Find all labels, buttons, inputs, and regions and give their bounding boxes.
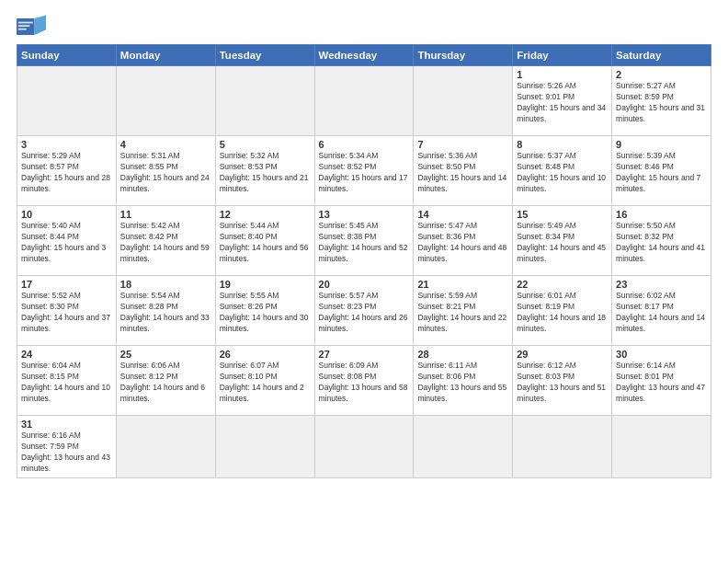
calendar-cell	[414, 66, 513, 136]
header	[17, 15, 711, 39]
day-info: Sunrise: 6:11 AM Sunset: 8:06 PM Dayligh…	[417, 361, 508, 405]
calendar-header-row: SundayMondayTuesdayWednesdayThursdayFrid…	[17, 45, 711, 66]
day-number: 25	[120, 349, 211, 360]
day-info: Sunrise: 6:09 AM Sunset: 8:08 PM Dayligh…	[319, 361, 410, 405]
day-number: 3	[21, 139, 112, 150]
day-number: 20	[319, 279, 410, 290]
day-info: Sunrise: 5:31 AM Sunset: 8:55 PM Dayligh…	[120, 151, 211, 195]
calendar-cell: 29Sunrise: 6:12 AM Sunset: 8:03 PM Dayli…	[513, 346, 612, 416]
day-info: Sunrise: 6:04 AM Sunset: 8:15 PM Dayligh…	[21, 361, 112, 405]
day-info: Sunrise: 5:49 AM Sunset: 8:34 PM Dayligh…	[517, 221, 608, 265]
day-info: Sunrise: 5:50 AM Sunset: 8:32 PM Dayligh…	[616, 221, 707, 265]
day-number: 19	[220, 279, 311, 290]
calendar-cell: 14Sunrise: 5:47 AM Sunset: 8:36 PM Dayli…	[414, 206, 513, 276]
generalblue-logo-icon	[17, 15, 46, 39]
calendar-cell: 8Sunrise: 5:37 AM Sunset: 8:48 PM Daylig…	[513, 136, 612, 206]
day-info: Sunrise: 5:55 AM Sunset: 8:26 PM Dayligh…	[220, 291, 311, 335]
day-info: Sunrise: 6:01 AM Sunset: 8:19 PM Dayligh…	[517, 291, 608, 335]
day-number: 31	[21, 419, 112, 430]
calendar-cell: 28Sunrise: 6:11 AM Sunset: 8:06 PM Dayli…	[414, 346, 513, 416]
calendar-cell: 10Sunrise: 5:40 AM Sunset: 8:44 PM Dayli…	[17, 206, 117, 276]
day-number: 26	[220, 349, 311, 360]
logo	[17, 15, 50, 39]
calendar-cell: 12Sunrise: 5:44 AM Sunset: 8:40 PM Dayli…	[215, 206, 314, 276]
calendar-week-row: 10Sunrise: 5:40 AM Sunset: 8:44 PM Dayli…	[17, 206, 711, 276]
day-number: 1	[517, 69, 608, 80]
day-number: 30	[616, 349, 707, 360]
calendar-cell: 19Sunrise: 5:55 AM Sunset: 8:26 PM Dayli…	[215, 276, 314, 346]
day-info: Sunrise: 6:06 AM Sunset: 8:12 PM Dayligh…	[120, 361, 211, 405]
day-info: Sunrise: 6:16 AM Sunset: 7:59 PM Dayligh…	[21, 431, 112, 475]
day-info: Sunrise: 5:52 AM Sunset: 8:30 PM Dayligh…	[21, 291, 112, 335]
day-number: 24	[21, 349, 112, 360]
calendar-cell	[116, 416, 215, 478]
day-info: Sunrise: 5:32 AM Sunset: 8:53 PM Dayligh…	[220, 151, 311, 195]
day-number: 17	[21, 279, 112, 290]
day-info: Sunrise: 5:47 AM Sunset: 8:36 PM Dayligh…	[417, 221, 508, 265]
day-info: Sunrise: 5:44 AM Sunset: 8:40 PM Dayligh…	[220, 221, 311, 265]
calendar-cell: 25Sunrise: 6:06 AM Sunset: 8:12 PM Dayli…	[116, 346, 215, 416]
calendar-header-tuesday: Tuesday	[215, 45, 314, 66]
day-number: 23	[616, 279, 707, 290]
day-info: Sunrise: 5:27 AM Sunset: 8:59 PM Dayligh…	[616, 81, 707, 125]
day-number: 16	[616, 209, 707, 220]
day-info: Sunrise: 6:02 AM Sunset: 8:17 PM Dayligh…	[616, 291, 707, 335]
day-info: Sunrise: 5:29 AM Sunset: 8:57 PM Dayligh…	[21, 151, 112, 195]
calendar-week-row: 17Sunrise: 5:52 AM Sunset: 8:30 PM Dayli…	[17, 276, 711, 346]
calendar-header-thursday: Thursday	[414, 45, 513, 66]
calendar-header-wednesday: Wednesday	[314, 45, 414, 66]
day-number: 8	[517, 139, 608, 150]
day-number: 12	[220, 209, 311, 220]
day-info: Sunrise: 5:45 AM Sunset: 8:38 PM Dayligh…	[319, 221, 410, 265]
day-info: Sunrise: 5:37 AM Sunset: 8:48 PM Dayligh…	[517, 151, 608, 195]
day-number: 28	[417, 349, 508, 360]
calendar-cell: 24Sunrise: 6:04 AM Sunset: 8:15 PM Dayli…	[17, 346, 117, 416]
calendar-cell	[314, 416, 414, 478]
calendar-cell: 4Sunrise: 5:31 AM Sunset: 8:55 PM Daylig…	[116, 136, 215, 206]
day-number: 2	[616, 69, 707, 80]
svg-marker-1	[35, 16, 46, 35]
calendar-cell: 18Sunrise: 5:54 AM Sunset: 8:28 PM Dayli…	[116, 276, 215, 346]
calendar-header-sunday: Sunday	[17, 45, 117, 66]
day-info: Sunrise: 5:57 AM Sunset: 8:23 PM Dayligh…	[319, 291, 410, 335]
calendar-week-row: 1Sunrise: 5:26 AM Sunset: 9:01 PM Daylig…	[17, 66, 711, 136]
day-number: 29	[517, 349, 608, 360]
calendar-cell: 20Sunrise: 5:57 AM Sunset: 8:23 PM Dayli…	[314, 276, 414, 346]
day-number: 15	[517, 209, 608, 220]
svg-rect-3	[18, 25, 29, 27]
calendar-cell: 7Sunrise: 5:36 AM Sunset: 8:50 PM Daylig…	[414, 136, 513, 206]
calendar-cell: 5Sunrise: 5:32 AM Sunset: 8:53 PM Daylig…	[215, 136, 314, 206]
day-info: Sunrise: 5:34 AM Sunset: 8:52 PM Dayligh…	[319, 151, 410, 195]
day-info: Sunrise: 6:12 AM Sunset: 8:03 PM Dayligh…	[517, 361, 608, 405]
calendar-cell	[314, 66, 414, 136]
day-number: 10	[21, 209, 112, 220]
calendar-header-monday: Monday	[116, 45, 215, 66]
calendar-cell: 2Sunrise: 5:27 AM Sunset: 8:59 PM Daylig…	[612, 66, 711, 136]
calendar-header-friday: Friday	[513, 45, 612, 66]
calendar-cell: 11Sunrise: 5:42 AM Sunset: 8:42 PM Dayli…	[116, 206, 215, 276]
day-info: Sunrise: 5:26 AM Sunset: 9:01 PM Dayligh…	[517, 81, 608, 125]
day-number: 7	[417, 139, 508, 150]
day-info: Sunrise: 5:39 AM Sunset: 8:46 PM Dayligh…	[616, 151, 707, 195]
day-info: Sunrise: 5:40 AM Sunset: 8:44 PM Dayligh…	[21, 221, 112, 265]
day-number: 5	[220, 139, 311, 150]
day-number: 4	[120, 139, 211, 150]
calendar-cell: 9Sunrise: 5:39 AM Sunset: 8:46 PM Daylig…	[612, 136, 711, 206]
calendar-cell: 16Sunrise: 5:50 AM Sunset: 8:32 PM Dayli…	[612, 206, 711, 276]
calendar-cell	[414, 416, 513, 478]
calendar-cell	[513, 416, 612, 478]
calendar-week-row: 24Sunrise: 6:04 AM Sunset: 8:15 PM Dayli…	[17, 346, 711, 416]
calendar-cell: 1Sunrise: 5:26 AM Sunset: 9:01 PM Daylig…	[513, 66, 612, 136]
calendar-cell: 15Sunrise: 5:49 AM Sunset: 8:34 PM Dayli…	[513, 206, 612, 276]
calendar-cell	[215, 66, 314, 136]
day-info: Sunrise: 5:42 AM Sunset: 8:42 PM Dayligh…	[120, 221, 211, 265]
day-number: 18	[120, 279, 211, 290]
day-number: 11	[120, 209, 211, 220]
calendar-cell: 31Sunrise: 6:16 AM Sunset: 7:59 PM Dayli…	[17, 416, 117, 478]
day-info: Sunrise: 5:59 AM Sunset: 8:21 PM Dayligh…	[417, 291, 508, 335]
day-number: 27	[319, 349, 410, 360]
calendar-cell: 22Sunrise: 6:01 AM Sunset: 8:19 PM Dayli…	[513, 276, 612, 346]
day-info: Sunrise: 6:07 AM Sunset: 8:10 PM Dayligh…	[220, 361, 311, 405]
day-number: 14	[417, 209, 508, 220]
calendar-cell: 27Sunrise: 6:09 AM Sunset: 8:08 PM Dayli…	[314, 346, 414, 416]
